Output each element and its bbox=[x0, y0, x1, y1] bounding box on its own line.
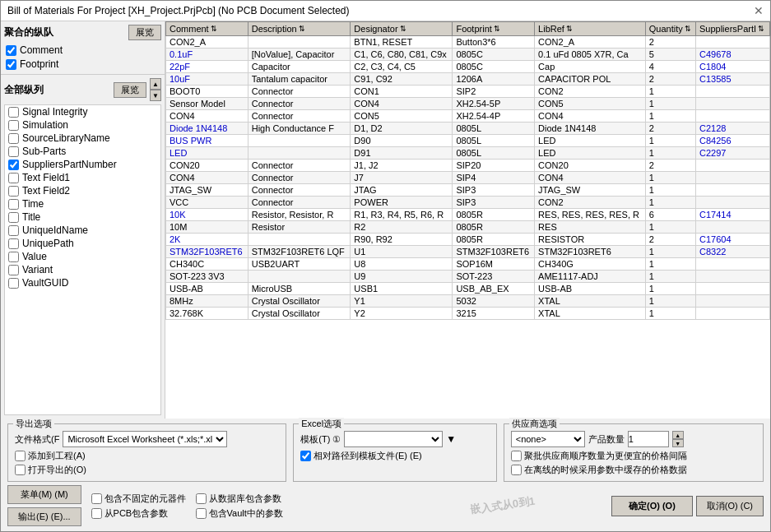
far-checks: 从数据库包含参数 包含Vault中的参数 bbox=[196, 493, 394, 520]
table-cell: 1206A bbox=[453, 73, 535, 86]
col-header-suppliersparti[interactable]: SuppliersPartI⇅ bbox=[695, 22, 769, 36]
table-row[interactable]: 0.1uF[NoValue], CapacitorC1, C6, C80, C8… bbox=[166, 49, 770, 61]
table-row[interactable]: 2KR90, R920805RRESISTOR2C17604 bbox=[166, 234, 770, 246]
col-label-sourcelibraryname: SourceLibraryName bbox=[22, 132, 110, 144]
comment-checkbox[interactable] bbox=[6, 45, 16, 56]
col-header-comment[interactable]: Comment⇅ bbox=[166, 22, 248, 36]
column-item-comment: Comment bbox=[4, 44, 161, 57]
col-header-description[interactable]: Description⇅ bbox=[248, 22, 351, 36]
export-button[interactable]: 输出(E) (E)... bbox=[7, 507, 81, 526]
table-row[interactable]: Sensor ModelConnectorCON4XH2.54-5PCON51 bbox=[166, 98, 770, 110]
table-row[interactable]: BUS PWRD900805LLED1C84256 bbox=[166, 135, 770, 147]
export-options-title: 导出选项 bbox=[13, 418, 54, 430]
add-to-project-row: 添加到工程(A) bbox=[15, 450, 279, 462]
all-col-item-variant: Variant bbox=[5, 263, 160, 276]
col-checkbox-sub-parts[interactable] bbox=[8, 146, 19, 157]
qty-spin-up[interactable]: ▲ bbox=[672, 431, 684, 439]
table-row[interactable]: BOOT0ConnectorCON1SIP2CON21 bbox=[166, 86, 770, 98]
col-checkbox-vaultguid[interactable] bbox=[8, 278, 19, 289]
sort-btn-suppliersparti[interactable]: ⇅ bbox=[758, 25, 764, 33]
include-pcb-checkbox[interactable] bbox=[91, 508, 102, 519]
table-row[interactable]: CON20ConnectorJ1, J2SIP20CON202 bbox=[166, 160, 770, 172]
sort-btn-quantity[interactable]: ⇅ bbox=[685, 25, 691, 33]
sort-btn-libref[interactable]: ⇅ bbox=[566, 25, 573, 33]
table-row[interactable]: CON4ConnectorCON5XH2.54-4PCON41 bbox=[166, 110, 770, 123]
sort-btn-footprint[interactable]: ⇅ bbox=[494, 25, 500, 33]
table-row[interactable]: 10MResistorR20805RRES1 bbox=[166, 221, 770, 234]
sort-btn-description[interactable]: ⇅ bbox=[299, 25, 305, 33]
all-columns-expand-btn[interactable]: 展览 bbox=[114, 82, 146, 98]
table-cell: LED bbox=[166, 147, 248, 160]
table-row[interactable]: CH340CUSB2UARTU8SOP16MCH340G1 bbox=[166, 258, 770, 271]
col-header-quantity[interactable]: Quantity⇅ bbox=[645, 22, 695, 36]
col-checkbox-uniqueidname[interactable] bbox=[8, 225, 19, 236]
table-row[interactable]: 8MHzCrystal OscillatorY15032XTAL1 bbox=[166, 295, 770, 308]
col-header-libref[interactable]: LibRef⇅ bbox=[535, 22, 646, 36]
qty-input[interactable] bbox=[628, 431, 669, 447]
scroll-down-btn[interactable]: ▼ bbox=[150, 90, 161, 101]
col-checkbox-uniquepath[interactable] bbox=[8, 238, 19, 249]
table-row[interactable]: CON4ConnectorJ7SIP4CON41 bbox=[166, 172, 770, 184]
file-format-select[interactable]: Microsoft Excel Worksheet (*.xls;*.xlsx;… bbox=[63, 431, 227, 447]
table-row[interactable]: 32.768KCrystal OscillatorY23215XTAL1 bbox=[166, 308, 770, 320]
close-button[interactable]: ✕ bbox=[754, 4, 764, 17]
aggregate-expand-btn[interactable]: 展览 bbox=[128, 25, 161, 40]
sort-btn-designator[interactable]: ⇅ bbox=[400, 25, 406, 33]
table-container[interactable]: Comment⇅Description⇅Designator⇅Footprint… bbox=[165, 21, 770, 419]
table-row[interactable]: CON2_ABTN1, RESETButton3*6CON2_A2 bbox=[166, 36, 770, 49]
table-row[interactable]: LEDD910805LLED1C2297 bbox=[166, 147, 770, 160]
table-cell: 0805L bbox=[453, 123, 535, 135]
col-checkbox-supplierspartnumber[interactable] bbox=[8, 160, 19, 170]
table-row[interactable]: SOT-223 3V3U9SOT-223AME1117-ADJ1 bbox=[166, 271, 770, 283]
table-row[interactable]: 22pFCapacitorC2, C3, C4, C50805CCap4C180… bbox=[166, 61, 770, 73]
col-checkbox-sourcelibraryname[interactable] bbox=[8, 133, 19, 144]
col-checkbox-value[interactable] bbox=[8, 252, 19, 262]
qty-spin-down[interactable]: ▼ bbox=[672, 439, 684, 447]
col-header-footprint[interactable]: Footprint⇅ bbox=[453, 22, 535, 36]
table-row[interactable]: 10uFTantalum capacitorC91, C921206ACAPAC… bbox=[166, 73, 770, 86]
col-header-designator[interactable]: Designator⇅ bbox=[351, 22, 453, 36]
footprint-label: Footprint bbox=[20, 58, 58, 70]
table-row[interactable]: 10KResistor, Resistor, RR1, R3, R4, R5, … bbox=[166, 209, 770, 221]
table-cell: 32.768K bbox=[166, 308, 248, 320]
col-label-simulation: Simulation bbox=[22, 119, 68, 131]
table-row[interactable]: USB-ABMicroUSBUSB1USB_AB_EXUSB-AB1 bbox=[166, 283, 770, 295]
col-checkbox-title[interactable] bbox=[8, 212, 19, 223]
table-row[interactable]: Diode 1N4148High Conductance FD1, D20805… bbox=[166, 123, 770, 135]
sort-btn-comment[interactable]: ⇅ bbox=[211, 25, 217, 33]
col-checkbox-text-field1[interactable] bbox=[8, 173, 19, 183]
col-checkbox-time[interactable] bbox=[8, 199, 19, 210]
table-cell: R90, R92 bbox=[351, 234, 453, 246]
table-cell: 1 bbox=[645, 197, 695, 209]
ok-button[interactable]: 确定(O) (O) bbox=[611, 496, 693, 516]
bom-table: Comment⇅Description⇅Designator⇅Footprint… bbox=[165, 21, 770, 320]
col-checkbox-simulation[interactable] bbox=[8, 120, 19, 131]
all-col-item-uniquepath: UniquePath bbox=[5, 237, 160, 250]
table-cell: CON4 bbox=[535, 110, 646, 123]
table-row[interactable]: VCCConnectorPOWERSIP3CON21 bbox=[166, 197, 770, 209]
col-checkbox-variant[interactable] bbox=[8, 265, 19, 275]
cancel-button[interactable]: 取消(O) (C) bbox=[696, 496, 764, 516]
template-select[interactable] bbox=[344, 431, 443, 447]
batch-checkbox[interactable] bbox=[511, 451, 522, 461]
menu-button[interactable]: 菜单(M) (M) bbox=[7, 485, 81, 504]
template-row: 模板(T) ① ▼ bbox=[300, 431, 489, 447]
table-row[interactable]: STM32F103RET6STM32F103RET6 LQFU1STM32F10… bbox=[166, 246, 770, 258]
relative-path-checkbox[interactable] bbox=[300, 451, 311, 461]
include-vault-checkbox[interactable] bbox=[196, 508, 207, 519]
col-checkbox-text-field2[interactable] bbox=[8, 186, 19, 197]
offline-checkbox[interactable] bbox=[511, 465, 522, 475]
supplier-select[interactable]: <none> bbox=[511, 431, 585, 447]
open-exported-checkbox[interactable] bbox=[15, 465, 26, 475]
dropdown-arrow: ▼ bbox=[446, 433, 456, 445]
table-row[interactable]: JTAG_SWConnectorJTAGSIP3JTAG_SW1 bbox=[166, 184, 770, 197]
scroll-up-btn[interactable]: ▲ bbox=[150, 78, 161, 90]
all-columns-list: Signal IntegritySimulationSourceLibraryN… bbox=[4, 104, 161, 415]
include-unfit-checkbox[interactable] bbox=[91, 493, 102, 504]
table-cell: D90 bbox=[351, 135, 453, 147]
footprint-checkbox[interactable] bbox=[6, 59, 16, 70]
col-checkbox-signal-integrity[interactable] bbox=[8, 107, 19, 118]
col-label-supplierspartnumber: SuppliersPartNumber bbox=[22, 159, 117, 170]
add-to-project-checkbox[interactable] bbox=[15, 451, 26, 461]
include-db-checkbox[interactable] bbox=[196, 493, 207, 504]
